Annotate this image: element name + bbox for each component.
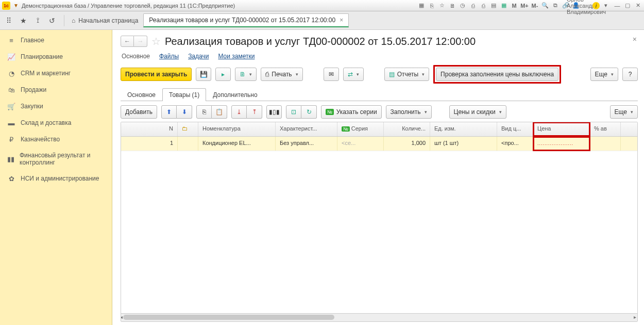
tab-extra[interactable]: Дополнительно: [206, 88, 264, 101]
reports-button[interactable]: ▤Отчеты▾: [384, 68, 429, 81]
copy-row-button[interactable]: ⎘: [196, 105, 212, 119]
sidebar-item-purchases[interactable]: 🛒Закупки: [0, 98, 112, 115]
move-down-button[interactable]: ⬇: [177, 105, 192, 119]
prices-button[interactable]: Цены и скидки▾: [449, 105, 506, 119]
refresh-button[interactable]: ↻: [301, 105, 317, 119]
close-button[interactable]: ✕: [634, 2, 642, 10]
barcode-button[interactable]: ▮▯▮: [266, 105, 282, 119]
col-ed[interactable]: Ед. изм.: [430, 122, 497, 136]
nav-icon[interactable]: ⎘: [428, 2, 436, 10]
m-plus-button[interactable]: M+: [520, 2, 529, 10]
cell-price[interactable]: ....................: [533, 137, 590, 151]
user-name[interactable]: Орлов Александр Владимирович: [582, 2, 590, 10]
calendar-icon[interactable]: ▦: [500, 2, 508, 10]
star-icon[interactable]: ☆: [438, 2, 446, 10]
cell-ser[interactable]: <се...: [337, 137, 384, 151]
print-icon[interactable]: ⎙: [469, 2, 477, 10]
post-button[interactable]: ▸: [215, 68, 231, 81]
col-price[interactable]: Цена: [533, 122, 590, 136]
print-button[interactable]: ⎙Печать▾: [261, 68, 302, 81]
sidebar-item-finance[interactable]: ▮▮Финансовый результат и контроллинг: [0, 148, 112, 170]
scroll-right-icon[interactable]: ▸: [634, 314, 636, 320]
save-button[interactable]: 💾: [196, 68, 211, 81]
col-qty[interactable]: Количе...: [384, 122, 430, 136]
col-char[interactable]: Характерист...: [276, 122, 337, 136]
col-n[interactable]: N: [121, 122, 178, 136]
m-button[interactable]: M: [510, 2, 518, 10]
info-icon[interactable]: i: [592, 2, 600, 9]
sidebar-item-main[interactable]: ≡Главное: [0, 32, 112, 48]
maximize-button[interactable]: ▢: [623, 2, 632, 10]
calc-icon[interactable]: ▤: [489, 2, 498, 10]
sidebar-item-planning[interactable]: 📈Планирование: [0, 48, 112, 65]
sidebar-item-warehouse[interactable]: ▬Склад и доставка: [0, 115, 112, 131]
col-ser[interactable]: № Серия: [337, 122, 384, 136]
info-dd-icon[interactable]: ▾: [602, 2, 610, 10]
sidebar-item-treasury[interactable]: ₽Казначейство: [0, 131, 112, 148]
cell-n[interactable]: 1: [121, 137, 178, 151]
table-body[interactable]: 1 Кондиционер EL... Без управл... <се...…: [121, 137, 637, 313]
sidebar-item-admin[interactable]: ✿НСИ и администрирование: [0, 170, 112, 187]
doc-icon[interactable]: 🗎: [448, 2, 456, 10]
commit-close-button[interactable]: Провести и закрыть: [121, 68, 192, 81]
import-button[interactable]: ⤓: [231, 105, 247, 119]
m-minus-button[interactable]: M-: [531, 2, 539, 10]
subnav-tasks[interactable]: Задачи: [188, 53, 209, 60]
pick-button[interactable]: ⊡: [286, 105, 301, 119]
series-button[interactable]: №Указать серии: [321, 105, 382, 119]
more-button[interactable]: Еще▾: [590, 68, 618, 81]
search-icon[interactable]: 🔍: [541, 2, 549, 10]
cell-char[interactable]: Без управл...: [276, 137, 337, 151]
help-button[interactable]: ?: [622, 68, 638, 81]
apps-icon[interactable]: ⠿: [4, 16, 13, 25]
tab-main[interactable]: Основное: [121, 88, 162, 101]
fill-button[interactable]: Заполнить▾: [386, 105, 432, 119]
table-more-button[interactable]: Еще▾: [610, 105, 638, 119]
copy-icon[interactable]: ⧉: [551, 2, 560, 10]
export-button[interactable]: ⤒: [247, 105, 262, 119]
window-title: Демонстрационная база / Управление торго…: [22, 3, 235, 9]
cell-vid[interactable]: <про...: [497, 137, 533, 151]
panel-close-icon[interactable]: ×: [633, 35, 637, 43]
document-tab[interactable]: Реализация товаров и услуг ТД00-000002 о…: [143, 13, 349, 27]
scroll-thumb[interactable]: [123, 315, 334, 320]
add-button[interactable]: Добавить: [121, 105, 157, 119]
clock-icon[interactable]: ◷: [459, 2, 467, 10]
scroll-left-icon[interactable]: ◂: [121, 314, 123, 320]
cell-nom[interactable]: Кондиционер EL...: [198, 137, 276, 151]
tab-goods[interactable]: Товары (1): [162, 88, 206, 101]
cell-icon[interactable]: [178, 137, 198, 151]
pin-icon[interactable]: ⟟: [33, 16, 42, 25]
home-tab[interactable]: ⌂ Начальная страница: [72, 17, 138, 24]
forward-button[interactable]: →: [134, 36, 147, 47]
col-rest[interactable]: % ав: [590, 122, 621, 136]
table-row[interactable]: 1 Кондиционер EL... Без управл... <се...…: [121, 137, 637, 151]
print2-icon[interactable]: ⎙: [479, 2, 487, 10]
sidebar-item-sales[interactable]: 🛍Продажи: [0, 82, 112, 98]
subnav-notes[interactable]: Мои заметки: [218, 53, 255, 60]
sidebar-item-crm[interactable]: ◔CRM и маркетинг: [0, 65, 112, 82]
col-icon[interactable]: 🗀: [178, 122, 198, 136]
star-tab-icon[interactable]: ★: [19, 16, 28, 25]
create-based-button[interactable]: 🗎▾: [235, 68, 257, 81]
cell-rest[interactable]: [590, 137, 621, 151]
subnav-files[interactable]: Файлы: [159, 53, 179, 60]
col-vid[interactable]: Вид ц...: [497, 122, 533, 136]
tab-close-icon[interactable]: ×: [340, 17, 343, 24]
cell-qty[interactable]: 1,000: [384, 137, 430, 151]
cell-ed[interactable]: шт (1 шт): [430, 137, 497, 151]
subnav-main[interactable]: Основное: [122, 53, 150, 60]
price-check-button[interactable]: Проверка заполнения цены выключена: [436, 68, 558, 81]
col-nom[interactable]: Номенклатура: [198, 122, 276, 136]
dropdown-icon[interactable]: ▼: [13, 3, 19, 8]
move-up-button[interactable]: ⬆: [161, 105, 177, 119]
grid-icon[interactable]: ▦: [417, 2, 426, 10]
mail-button[interactable]: ✉: [324, 68, 339, 81]
history-icon[interactable]: ↺: [47, 16, 57, 25]
horizontal-scrollbar[interactable]: ◂ ▸: [121, 313, 637, 321]
back-button[interactable]: ←: [121, 36, 134, 47]
edi-button[interactable]: ⇄▾: [343, 68, 364, 81]
paste-row-button[interactable]: 📋: [212, 105, 227, 119]
favorite-icon[interactable]: ☆: [151, 35, 161, 47]
minimize-button[interactable]: —: [613, 2, 621, 10]
